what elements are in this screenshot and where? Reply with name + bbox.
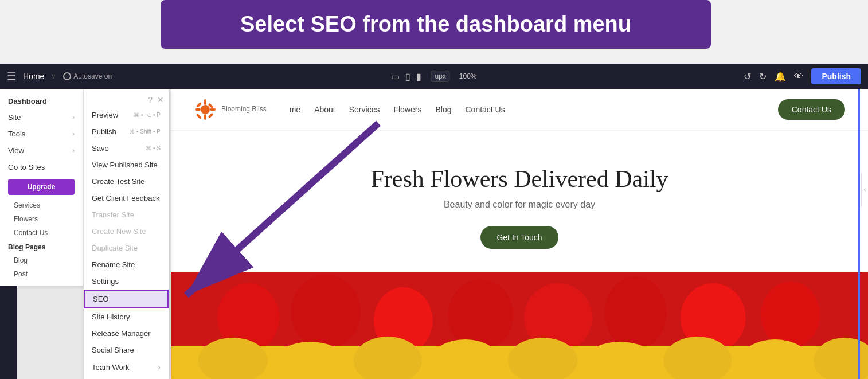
- upgrade-button[interactable]: Upgrade: [8, 179, 75, 195]
- toolbar-center: ▭ ▯ ▮ upx 100%: [391, 71, 476, 82]
- flower-svg: [171, 272, 868, 379]
- nav-cta-button[interactable]: Contact Us: [778, 99, 845, 120]
- dash-sub-blog[interactable]: Blog: [0, 253, 83, 267]
- submenu-create-test[interactable]: Create Test Site: [84, 173, 169, 190]
- desktop-icon[interactable]: ▭: [391, 71, 400, 82]
- undo-button[interactable]: ↺: [744, 71, 751, 82]
- site-logo: Blooming Bliss: [194, 98, 267, 121]
- redo-button[interactable]: ↻: [759, 71, 767, 82]
- submenu-release-manager[interactable]: Release Manager: [84, 325, 169, 342]
- submenu-client-feedback[interactable]: Get Client Feedback: [84, 190, 169, 206]
- blog-section-title: Blog Pages: [0, 240, 83, 253]
- submenu-save[interactable]: Save ⌘ • S: [84, 140, 169, 157]
- hero-cta-button[interactable]: Get In Touch: [480, 226, 558, 249]
- submenu-duplicate: Duplicate Site: [84, 240, 169, 256]
- annotation-text: Select SEO from the dashboard menu: [240, 12, 631, 36]
- device-icons: ▭ ▯ ▮: [391, 71, 421, 82]
- nav-flowers[interactable]: Flowers: [393, 105, 421, 114]
- nav-home[interactable]: me: [290, 105, 300, 114]
- toolbar-left: ☰ Home ∨ Autosave on: [7, 70, 112, 83]
- svg-point-16: [605, 276, 667, 350]
- nav-about[interactable]: About: [314, 105, 335, 114]
- submenu-rename[interactable]: Rename Site: [84, 256, 169, 273]
- dash-item-go-to-sites[interactable]: Go to Sites: [0, 159, 83, 175]
- tools-chevron: ›: [73, 131, 75, 137]
- preview-button[interactable]: 👁: [794, 71, 803, 81]
- submenu-team-work[interactable]: Team Work: [84, 358, 169, 376]
- submenu-header: ? ✕: [84, 93, 169, 107]
- nav-contact[interactable]: Contact Us: [465, 105, 505, 114]
- submenu-transfer-site: Transfer Site: [84, 206, 169, 223]
- dash-sub-flowers[interactable]: Flowers: [0, 212, 83, 226]
- dash-sub-contact[interactable]: Contact Us: [0, 226, 83, 240]
- site-nav-links: me About Services Flowers Blog Contact U…: [290, 105, 505, 114]
- site-submenu: ? ✕ Preview ⌘ • ⌥ • P Publish ⌘ • Shift …: [83, 89, 169, 379]
- svg-point-12: [291, 275, 361, 349]
- site-preview: Blooming Bliss me About Services Flowers…: [171, 89, 868, 379]
- nav-services[interactable]: Services: [349, 105, 380, 114]
- notifications-button[interactable]: 🔔: [775, 71, 786, 82]
- dash-item-view[interactable]: View ›: [0, 142, 83, 159]
- site-nav: Blooming Bliss me About Services Flowers…: [171, 89, 868, 131]
- svg-rect-7: [196, 114, 202, 119]
- top-toolbar: ☰ Home ∨ Autosave on ▭ ▯ ▮ upx 100% ↺ ↻ …: [0, 64, 868, 89]
- svg-rect-3: [195, 108, 201, 111]
- submenu-preview[interactable]: Preview ⌘ • ⌥ • P: [84, 107, 169, 123]
- dashboard-menu: Dashboard Site › Tools › View › Go to Si…: [0, 89, 83, 286]
- hero-title: Fresh Flowers Delivered Daily: [194, 165, 845, 193]
- zoom-control[interactable]: 100%: [459, 72, 477, 80]
- svg-rect-1: [204, 99, 206, 105]
- toolbar-divider: ∨: [51, 72, 56, 80]
- submenu-help-icon[interactable]: ?: [148, 95, 153, 104]
- hamburger-icon[interactable]: ☰: [7, 70, 16, 83]
- autosave-label: Autosave on: [63, 72, 112, 80]
- dash-sub-post[interactable]: Post: [0, 267, 83, 281]
- width-control[interactable]: upx: [431, 71, 449, 82]
- site-hero: Fresh Flowers Delivered Daily Beauty and…: [171, 131, 868, 272]
- logo-sunflower-icon: [194, 98, 217, 121]
- nav-blog[interactable]: Blog: [435, 105, 451, 114]
- dash-item-tools[interactable]: Tools ›: [0, 126, 83, 142]
- home-label[interactable]: Home: [23, 72, 44, 81]
- tablet-icon[interactable]: ▯: [405, 71, 410, 82]
- submenu-settings[interactable]: Settings: [84, 273, 169, 290]
- svg-point-18: [761, 282, 820, 348]
- svg-point-14: [448, 279, 513, 350]
- svg-rect-8: [208, 113, 214, 119]
- submenu-site-history[interactable]: Site History: [84, 308, 169, 325]
- dash-item-site[interactable]: Site ›: [0, 109, 83, 126]
- right-toggle-icon: ‹: [864, 186, 866, 193]
- flower-image-area: [171, 272, 868, 379]
- submenu-social-share[interactable]: Social Share: [84, 342, 169, 358]
- submenu-close-icon[interactable]: ✕: [157, 95, 164, 104]
- dashboard-title: Dashboard: [0, 93, 83, 109]
- view-chevron: ›: [73, 147, 75, 154]
- site-chevron: ›: [73, 114, 75, 120]
- annotation-banner: Select SEO from the dashboard menu: [161, 0, 711, 49]
- autosave-icon: [63, 72, 71, 80]
- right-panel-toggle[interactable]: ‹: [861, 173, 868, 207]
- toolbar-right: ↺ ↻ 🔔 👁 Publish: [744, 68, 861, 84]
- hero-subtitle: Beauty and color for magic every day: [194, 200, 845, 210]
- logo-text: Blooming Bliss: [221, 105, 267, 114]
- publish-button[interactable]: Publish: [811, 68, 861, 84]
- submenu-seo[interactable]: SEO: [84, 290, 169, 308]
- submenu-view-published[interactable]: View Published Site: [84, 157, 169, 173]
- svg-rect-5: [196, 102, 202, 108]
- submenu-create-new: Create New Site: [84, 223, 169, 240]
- svg-rect-4: [210, 108, 216, 111]
- submenu-publish[interactable]: Publish ⌘ • Shift • P: [84, 123, 169, 140]
- blue-line: [858, 89, 860, 379]
- mobile-icon[interactable]: ▮: [416, 71, 421, 82]
- dash-sub-services[interactable]: Services: [0, 198, 83, 212]
- svg-point-0: [201, 105, 210, 114]
- svg-rect-2: [204, 114, 206, 120]
